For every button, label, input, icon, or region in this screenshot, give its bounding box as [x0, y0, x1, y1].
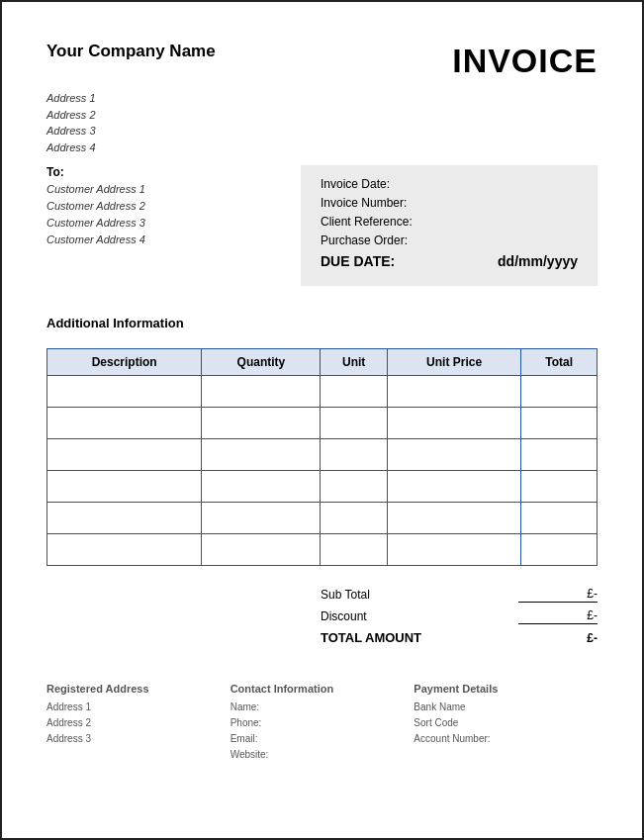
- table-cell: [202, 376, 321, 408]
- footer-payment-title: Payment Details: [414, 683, 598, 695]
- invoice-number-row: Invoice Number:: [321, 196, 578, 210]
- total-amount-label: TOTAL AMOUNT: [321, 630, 421, 645]
- due-date-value: dd/mm/yyyy: [498, 253, 578, 269]
- total-amount-row: TOTAL AMOUNT £-: [321, 627, 598, 648]
- totals-section: Sub Total £- Discount £- TOTAL AMOUNT £-: [46, 584, 598, 648]
- company-address-block: Address 1 Address 2 Address 3 Address 4: [46, 90, 598, 155]
- table-cell: [202, 471, 321, 503]
- table-cell: [521, 503, 598, 534]
- table-row: [47, 503, 598, 534]
- table-cell: [321, 439, 387, 471]
- invoice-title: INVOICE: [452, 42, 598, 80]
- table-cell: [202, 534, 321, 566]
- table-cell: [521, 471, 598, 503]
- client-reference-row: Client Reference:: [321, 215, 578, 229]
- table-row: [47, 439, 598, 471]
- total-amount-value: £-: [538, 631, 598, 645]
- table-cell: [521, 439, 598, 471]
- middle-section: To: Customer Address 1 Customer Address …: [46, 165, 598, 286]
- table-cell: [47, 408, 202, 439]
- footer-contact-phone: Phone:: [230, 715, 414, 731]
- col-description: Description: [47, 349, 202, 376]
- invoice-document: Your Company Name INVOICE Address 1 Addr…: [0, 0, 644, 840]
- company-addr-1: Address 1: [46, 90, 598, 107]
- footer-contact-title: Contact Information: [230, 683, 414, 695]
- footer-reg-addr-3: Address 3: [46, 731, 230, 747]
- footer-registered: Registered Address Address 1 Address 2 A…: [46, 683, 230, 747]
- to-label: To:: [46, 165, 145, 179]
- table-cell: [47, 471, 202, 503]
- table-cell: [321, 534, 387, 566]
- footer-reg-addr-2: Address 2: [46, 715, 230, 731]
- footer-section: Registered Address Address 1 Address 2 A…: [46, 678, 598, 763]
- purchase-order-row: Purchase Order:: [321, 233, 578, 247]
- table-cell: [202, 439, 321, 471]
- col-unit-price: Unit Price: [387, 349, 520, 376]
- invoice-date-row: Invoice Date:: [321, 177, 578, 191]
- header-section: Your Company Name INVOICE: [46, 42, 598, 80]
- company-addr-3: Address 3: [46, 123, 598, 140]
- table-cell: [321, 376, 387, 408]
- table-row: [47, 376, 598, 408]
- totals-block: Sub Total £- Discount £- TOTAL AMOUNT £-: [321, 584, 598, 648]
- table-cell: [521, 376, 598, 408]
- table-cell: [387, 503, 520, 534]
- purchase-order-label: Purchase Order:: [321, 233, 408, 247]
- table-cell: [202, 408, 321, 439]
- footer-bank-name: Bank Name: [414, 700, 598, 715]
- footer-contact-email: Email:: [230, 731, 414, 747]
- col-quantity: Quantity: [202, 349, 321, 376]
- footer-sort-code: Sort Code: [414, 715, 598, 731]
- company-addr-4: Address 4: [46, 140, 598, 156]
- sub-total-row: Sub Total £-: [321, 584, 598, 606]
- sub-total-value: £-: [518, 587, 598, 603]
- footer-contact-name: Name:: [230, 700, 414, 715]
- table-cell: [387, 471, 520, 503]
- table-cell: [47, 439, 202, 471]
- table-cell: [321, 503, 387, 534]
- invoice-table: Description Quantity Unit Unit Price Tot…: [46, 348, 598, 566]
- table-row: [47, 471, 598, 503]
- table-cell: [321, 408, 387, 439]
- col-total: Total: [521, 349, 598, 376]
- table-header-row: Description Quantity Unit Unit Price Tot…: [47, 349, 598, 376]
- to-block: To: Customer Address 1 Customer Address …: [46, 165, 145, 248]
- footer-account-number: Account Number:: [414, 731, 598, 747]
- additional-info-title: Additional Information: [46, 316, 598, 330]
- footer-payment: Payment Details Bank Name Sort Code Acco…: [414, 683, 598, 747]
- discount-value: £-: [518, 608, 598, 624]
- table-cell: [202, 503, 321, 534]
- table-cell: [47, 503, 202, 534]
- sub-total-label: Sub Total: [321, 588, 370, 602]
- table-row: [47, 534, 598, 566]
- company-addr-2: Address 2: [46, 107, 598, 124]
- due-date-label: DUE DATE:: [321, 253, 395, 269]
- col-unit: Unit: [321, 349, 387, 376]
- company-name: Your Company Name: [46, 42, 216, 61]
- invoice-details-box: Invoice Date: Invoice Number: Client Ref…: [301, 165, 598, 286]
- invoice-number-label: Invoice Number:: [321, 196, 407, 210]
- table-cell: [387, 439, 520, 471]
- customer-addr-2: Customer Address 2: [46, 198, 145, 215]
- due-date-row: DUE DATE: dd/mm/yyyy: [321, 253, 578, 269]
- table-cell: [387, 534, 520, 566]
- invoice-date-label: Invoice Date:: [321, 177, 390, 191]
- table-row: [47, 408, 598, 439]
- customer-addr-4: Customer Address 4: [46, 232, 145, 248]
- table-cell: [47, 376, 202, 408]
- footer-contact: Contact Information Name: Phone: Email: …: [230, 683, 414, 763]
- table-cell: [521, 408, 598, 439]
- footer-registered-title: Registered Address: [46, 683, 230, 695]
- table-cell: [47, 534, 202, 566]
- customer-addr-3: Customer Address 3: [46, 215, 145, 232]
- footer-reg-addr-1: Address 1: [46, 700, 230, 715]
- table-cell: [387, 376, 520, 408]
- table-cell: [387, 408, 520, 439]
- discount-label: Discount: [321, 609, 367, 623]
- footer-contact-website: Website:: [230, 747, 414, 763]
- table-cell: [521, 534, 598, 566]
- client-reference-label: Client Reference:: [321, 215, 413, 229]
- additional-info-section: Additional Information: [46, 316, 598, 330]
- table-cell: [321, 471, 387, 503]
- discount-row: Discount £-: [321, 606, 598, 627]
